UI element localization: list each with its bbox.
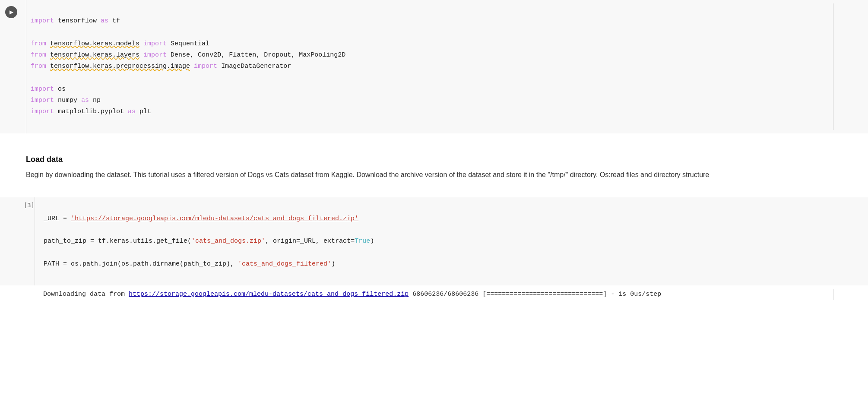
cell1-right-margin [833, 0, 868, 133]
code-line-4: from tensorflow.keras.preprocessing.imag… [31, 63, 291, 70]
output-line2: 68606236/68606236 [=====================… [412, 291, 661, 298]
cell3-output: Downloading data from https://storage.go… [0, 285, 868, 304]
output-right-margin [833, 285, 868, 304]
code-line-2: from tensorflow.keras.models import Sequ… [31, 40, 209, 48]
cell3-code-body[interactable]: _URL = 'https://storage.googleapis.com/m… [35, 197, 833, 285]
code-cell3-line2: path_to_zip = tf.keras.utils.get_file('c… [44, 238, 374, 245]
gap-2 [0, 184, 868, 197]
code-line-3: from tensorflow.keras.layers import Dens… [31, 51, 345, 59]
code-cell3-line3: PATH = os.path.join(os.path.dirname(path… [44, 260, 335, 268]
code-cell-1: ▶ import tensorflow as tf from tensorflo… [0, 0, 868, 133]
output-left-pad [0, 285, 35, 304]
cell3-number: [3] [24, 202, 35, 209]
cell1-run-area[interactable]: ▶ [0, 0, 26, 133]
section-paragraph-load-data: Begin by downloading the dataset. This t… [26, 169, 760, 180]
section-heading-load-data: Load data [26, 155, 842, 164]
code-line-1: import tensorflow as tf [31, 17, 120, 25]
gap-1 [0, 133, 868, 146]
run-button-1[interactable]: ▶ [5, 6, 17, 18]
output-link[interactable]: https://storage.googleapis.com/mledu-dat… [129, 291, 409, 298]
code-cell-3: [3] _URL = 'https://storage.googleapis.c… [0, 197, 868, 285]
code-line-6: import numpy as np [31, 97, 101, 104]
cell3-output-body: Downloading data from https://storage.go… [35, 285, 833, 304]
code-line-5: import os [31, 86, 66, 93]
code-cell3-line1: _URL = 'https://storage.googleapis.com/m… [44, 215, 358, 222]
text-cell-load-data: Load data Begin by downloading the datas… [0, 146, 868, 185]
cell3-number-area: [3] [0, 197, 35, 209]
cell1-code-body[interactable]: import tensorflow as tf from tensorflow.… [26, 0, 833, 133]
output-line1: Downloading data from https://storage.go… [43, 291, 409, 298]
code-line-7: import matplotlib.pyplot as plt [31, 108, 151, 115]
notebook: ▶ import tensorflow as tf from tensorflo… [0, 0, 868, 418]
